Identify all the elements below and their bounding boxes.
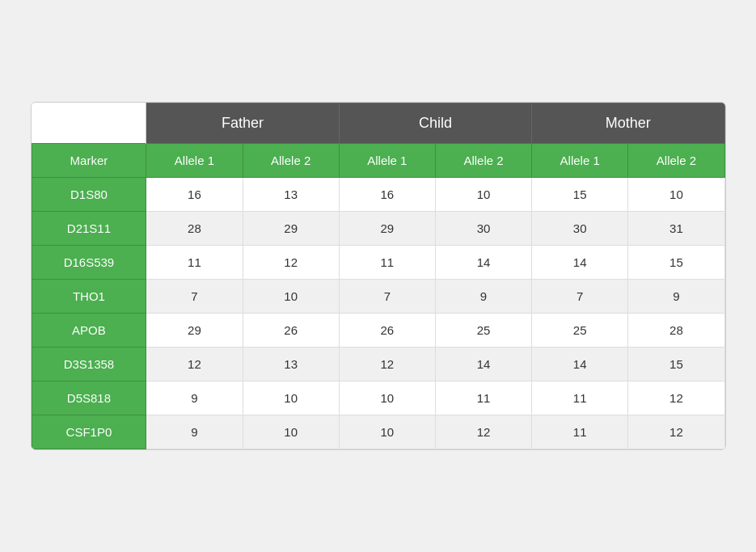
data-cell: 15 xyxy=(628,348,724,381)
marker-label: CSF1P0 xyxy=(32,415,146,449)
data-cell: 9 xyxy=(146,381,243,415)
table-row: CSF1P091010121112 xyxy=(32,415,724,449)
col-header-father-a2: Allele 2 xyxy=(243,144,339,178)
data-cell: 10 xyxy=(628,178,724,212)
data-cell: 7 xyxy=(339,280,435,314)
data-cell: 13 xyxy=(243,178,339,212)
data-cell: 13 xyxy=(243,348,339,381)
table-row: D3S1358121312141415 xyxy=(32,348,724,381)
data-cell: 31 xyxy=(628,212,724,246)
data-cell: 10 xyxy=(435,178,531,212)
data-cell: 7 xyxy=(146,280,243,314)
col-header-marker: Marker xyxy=(32,144,146,178)
data-cell: 28 xyxy=(628,314,724,348)
col-header-mother-a1: Allele 1 xyxy=(532,144,628,178)
data-cell: 12 xyxy=(628,415,724,449)
data-cell: 12 xyxy=(146,348,243,381)
group-header-empty xyxy=(32,103,146,144)
data-cell: 29 xyxy=(339,212,435,246)
group-header-row: Father Child Mother xyxy=(32,103,724,144)
col-header-child-a1: Allele 1 xyxy=(339,144,435,178)
group-header-father: Father xyxy=(146,103,339,144)
data-cell: 16 xyxy=(339,178,435,212)
group-header-child: Child xyxy=(339,103,531,144)
data-cell: 25 xyxy=(435,314,531,348)
data-cell: 15 xyxy=(532,178,628,212)
table-body: D1S80161316101510D21S11282929303031D16S5… xyxy=(32,178,724,449)
data-cell: 28 xyxy=(146,212,243,246)
data-cell: 14 xyxy=(435,348,531,381)
data-cell: 26 xyxy=(243,314,339,348)
data-cell: 14 xyxy=(435,246,531,280)
data-cell: 29 xyxy=(146,314,243,348)
genetics-table: Father Child Mother Marker Allele 1 Alle… xyxy=(32,103,725,449)
table-row: D1S80161316101510 xyxy=(32,178,724,212)
data-cell: 11 xyxy=(339,246,435,280)
table-row: THO17107979 xyxy=(32,280,724,314)
col-header-child-a2: Allele 2 xyxy=(435,144,531,178)
data-cell: 12 xyxy=(339,348,435,381)
data-cell: 30 xyxy=(435,212,531,246)
data-cell: 15 xyxy=(628,246,724,280)
data-cell: 10 xyxy=(243,280,339,314)
data-cell: 29 xyxy=(243,212,339,246)
table-row: APOB292626252528 xyxy=(32,314,724,348)
marker-label: D16S539 xyxy=(32,246,146,280)
table-row: D21S11282929303031 xyxy=(32,212,724,246)
data-cell: 10 xyxy=(243,415,339,449)
data-cell: 12 xyxy=(628,381,724,415)
data-cell: 16 xyxy=(146,178,243,212)
data-cell: 11 xyxy=(532,381,628,415)
data-cell: 10 xyxy=(339,415,435,449)
data-cell: 9 xyxy=(628,280,724,314)
data-cell: 26 xyxy=(339,314,435,348)
data-cell: 11 xyxy=(532,415,628,449)
data-cell: 9 xyxy=(146,415,243,449)
marker-label: D3S1358 xyxy=(32,348,146,381)
data-cell: 11 xyxy=(435,381,531,415)
main-table-container: Father Child Mother Marker Allele 1 Alle… xyxy=(31,102,726,450)
data-cell: 25 xyxy=(532,314,628,348)
data-cell: 9 xyxy=(435,280,531,314)
col-header-father-a1: Allele 1 xyxy=(146,144,243,178)
table-row: D16S539111211141415 xyxy=(32,246,724,280)
data-cell: 14 xyxy=(532,348,628,381)
sub-header-row: Marker Allele 1 Allele 2 Allele 1 Allele… xyxy=(32,144,724,178)
marker-label: APOB xyxy=(32,314,146,348)
data-cell: 10 xyxy=(339,381,435,415)
marker-label: THO1 xyxy=(32,280,146,314)
table-row: D5S81891010111112 xyxy=(32,381,724,415)
data-cell: 7 xyxy=(532,280,628,314)
marker-label: D21S11 xyxy=(32,212,146,246)
marker-label: D5S818 xyxy=(32,381,146,415)
group-header-mother: Mother xyxy=(532,103,724,144)
marker-label: D1S80 xyxy=(32,178,146,212)
data-cell: 11 xyxy=(146,246,243,280)
data-cell: 14 xyxy=(532,246,628,280)
data-cell: 10 xyxy=(243,381,339,415)
data-cell: 30 xyxy=(532,212,628,246)
col-header-mother-a2: Allele 2 xyxy=(628,144,724,178)
data-cell: 12 xyxy=(243,246,339,280)
data-cell: 12 xyxy=(435,415,531,449)
